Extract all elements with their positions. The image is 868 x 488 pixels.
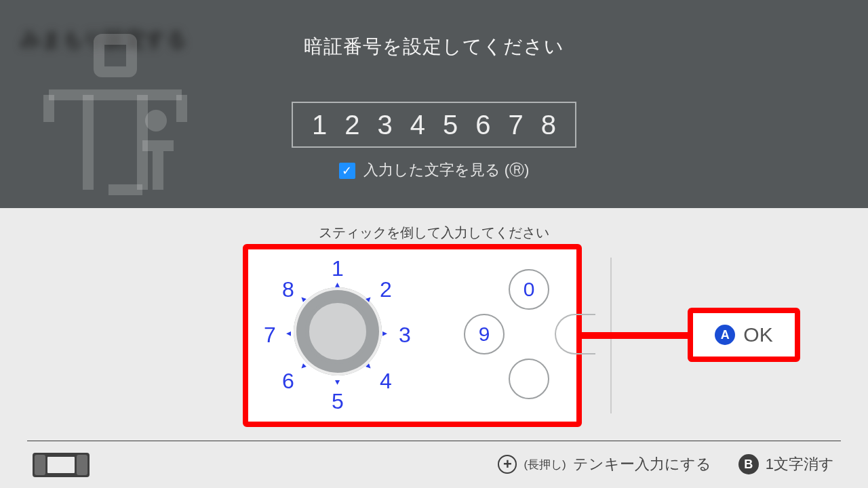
page-title: 暗証番号を設定してください [0,34,868,60]
face-btn-b[interactable] [509,359,549,399]
a-button-icon: A [715,325,735,345]
callout-connector [576,332,695,339]
tick-icon: ▴ [296,362,307,373]
dial-number-6[interactable]: 6 [278,369,298,394]
dial-number-8[interactable]: 8 [278,277,298,302]
ok-button-label: OK [743,323,772,346]
analog-stick-cap-icon [305,299,370,364]
tick-icon: ▴ [364,362,375,373]
dial-number-4[interactable]: 4 [376,369,396,394]
face-btn-x-label: 0 [509,269,549,310]
dial-number-5[interactable]: 5 [328,389,348,414]
dial-number-3[interactable]: 3 [395,323,415,348]
stick-input-panel[interactable]: 1 2 3 4 5 6 7 8 ▴ ▾ ◂ ▸ ▴ ▴ ▴ ▴ 0 9 [247,247,579,424]
dial-number-2[interactable]: 2 [376,277,396,302]
svg-point-1 [145,110,167,131]
show-characters-row[interactable]: ✓入力した文字を見る (Ⓡ) [0,160,868,180]
checkbox-icon: ✓ [339,163,355,179]
tick-icon: ▾ [335,376,340,387]
tick-icon: ◂ [286,327,291,338]
b-button-icon: B [738,454,759,474]
footer-hints: + (長押し) テンキー入力にする B 1文字消す [498,454,834,474]
dial-number-7[interactable]: 7 [260,323,280,348]
tick-icon: ▸ [382,327,387,338]
plus-button-icon: + [498,455,517,474]
ok-button[interactable]: A OK [688,308,800,362]
hint-plus-keypad: + (長押し) テンキー入力にする [498,454,711,474]
footer-divider [27,441,841,441]
pin-display-field: 12345678 [292,102,576,148]
input-instruction: スティックを倒して入力してください [0,224,868,242]
tick-icon: ▴ [335,279,340,289]
top-panel: みまもり設定する 暗証番号を設定してください 12345678 ✓入力した文字を… [0,0,868,208]
show-characters-label: 入力した文字を見る (Ⓡ) [363,161,530,178]
hint-b-delete: B 1文字消す [738,454,834,474]
face-btn-y-label: 9 [464,314,505,354]
hint-plus-prefix: (長押し) [524,457,566,472]
controller-indicator-icon [33,453,90,477]
hint-plus-label: テンキー入力にする [573,454,711,474]
hint-b-label: 1文字消す [766,454,834,474]
dial-number-1[interactable]: 1 [328,256,348,281]
